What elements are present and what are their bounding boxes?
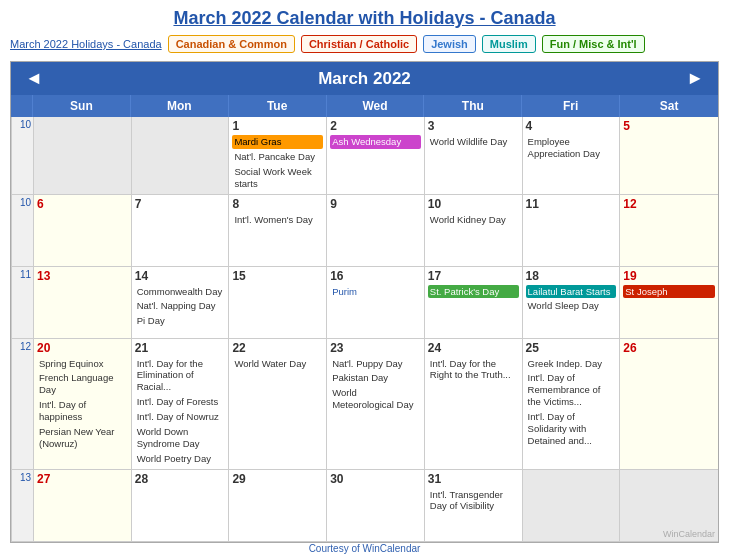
event-label: World Wildlife Day xyxy=(428,135,519,149)
calendar-title: March 2022 xyxy=(318,69,411,89)
cell-date: 3 xyxy=(428,119,519,133)
event-label: World Down Syndrome Day xyxy=(135,425,226,451)
event-label: Int'l. Women's Day xyxy=(232,213,323,227)
cal-cell-12: 12 xyxy=(620,195,718,267)
cal-cell-15: 15 xyxy=(229,267,327,339)
cal-cell-20: 20Spring EquinoxFrench Language DayInt'l… xyxy=(34,339,132,470)
event-label: World Kidney Day xyxy=(428,213,519,227)
cell-date: 30 xyxy=(330,472,421,486)
calendar-header: ◄ March 2022 ► xyxy=(11,62,718,95)
cal-cell-empty-4-5 xyxy=(523,470,621,542)
event-label: World Sleep Day xyxy=(526,299,617,313)
filter-btn-canadian-common[interactable]: Canadian & Common xyxy=(168,35,295,53)
cell-date: 6 xyxy=(37,197,128,211)
cal-cell-28: 28 xyxy=(132,470,230,542)
cell-date: 12 xyxy=(623,197,715,211)
cell-date: 14 xyxy=(135,269,226,283)
week-number-4: 13 xyxy=(12,470,34,542)
filter-btn-jewish[interactable]: Jewish xyxy=(423,35,476,53)
cal-cell-11: 11 xyxy=(523,195,621,267)
cal-cell-27: 27 xyxy=(34,470,132,542)
next-month-button[interactable]: ► xyxy=(682,68,708,89)
cal-cell-16: 16Purim xyxy=(327,267,425,339)
event-label: Nat'l. Pancake Day xyxy=(232,150,323,164)
event-label: Int'l. Day of Remembrance of the Victims… xyxy=(526,371,617,409)
event-label: Persian New Year (Nowruz) xyxy=(37,425,128,451)
week-number-2: 11 xyxy=(12,267,34,339)
event-label: Int'l. Day for the Elimination of Racial… xyxy=(135,357,226,395)
filter-btn-fun-misc[interactable]: Fun / Misc & Int'l xyxy=(542,35,645,53)
cell-date: 16 xyxy=(330,269,421,283)
cal-cell-21: 21Int'l. Day for the Elimination of Raci… xyxy=(132,339,230,470)
event-label: Pi Day xyxy=(135,314,226,328)
event-label: Int'l. Day of happiness xyxy=(37,398,128,424)
event-label: Employee Appreciation Day xyxy=(526,135,617,161)
cal-cell-30: 30 xyxy=(327,470,425,542)
event-label: St. Patrick's Day xyxy=(428,285,519,299)
week-number-3: 12 xyxy=(12,339,34,470)
cal-cell-14: 14Commonwealth DayNat'l. Napping DayPi D… xyxy=(132,267,230,339)
cal-cell-7: 7 xyxy=(132,195,230,267)
cell-date: 21 xyxy=(135,341,226,355)
event-label: French Language Day xyxy=(37,371,128,397)
cal-cell-3: 3World Wildlife Day xyxy=(425,117,523,195)
cell-date: 4 xyxy=(526,119,617,133)
cell-date: 5 xyxy=(623,119,715,133)
cell-date: 1 xyxy=(232,119,323,133)
filter-btn-muslim[interactable]: Muslim xyxy=(482,35,536,53)
footer: Courtesy of WinCalendar xyxy=(10,543,719,556)
cell-date: 2 xyxy=(330,119,421,133)
day-header-sat: Sat xyxy=(620,95,718,117)
day-header-mon: Mon xyxy=(131,95,229,117)
filter-btn-christian-catholic[interactable]: Christian / Catholic xyxy=(301,35,417,53)
prev-month-button[interactable]: ◄ xyxy=(21,68,47,89)
cell-date: 8 xyxy=(232,197,323,211)
cell-date: 28 xyxy=(135,472,226,486)
calendar-grid-header: Sun Mon Tue Wed Thu Fri Sat xyxy=(11,95,718,117)
event-label: Int'l. Day for the Right to the Truth... xyxy=(428,357,519,383)
week-number-0: 10 xyxy=(12,117,34,195)
cal-cell-31: 31Int'l. Transgender Day of Visibility xyxy=(425,470,523,542)
event-label: St Joseph xyxy=(623,285,715,299)
event-label: Nat'l. Puppy Day xyxy=(330,357,421,371)
cell-date: 7 xyxy=(135,197,226,211)
cal-cell-2: 2Ash Wednesday xyxy=(327,117,425,195)
cell-date: 17 xyxy=(428,269,519,283)
cal-cell-25: 25Greek Indep. DayInt'l. Day of Remembra… xyxy=(523,339,621,470)
page-wrapper: March 2022 Calendar with Holidays - Cana… xyxy=(0,0,729,557)
cell-date: 23 xyxy=(330,341,421,355)
event-label: Pakistan Day xyxy=(330,371,421,385)
day-header-sun: Sun xyxy=(33,95,131,117)
cal-cell-13: 13 xyxy=(34,267,132,339)
day-header-wed: Wed xyxy=(327,95,425,117)
event-label: World Water Day xyxy=(232,357,323,371)
cal-cell-10: 10World Kidney Day xyxy=(425,195,523,267)
event-label: Int'l. Day of Solidarity with Detained a… xyxy=(526,410,617,448)
day-header-thu: Thu xyxy=(424,95,522,117)
cal-cell-18: 18Lailatul Barat StartsWorld Sleep Day xyxy=(523,267,621,339)
cal-cell-24: 24Int'l. Day for the Right to the Truth.… xyxy=(425,339,523,470)
filter-bar: March 2022 Holidays - Canada Canadian & … xyxy=(10,35,719,53)
cell-date: 11 xyxy=(526,197,617,211)
cal-cell-5: 5 xyxy=(620,117,718,195)
cell-date: 20 xyxy=(37,341,128,355)
calendar-container: ◄ March 2022 ► Sun Mon Tue Wed Thu Fri S… xyxy=(10,61,719,543)
event-label: World Poetry Day xyxy=(135,452,226,466)
cal-cell-empty-0-1 xyxy=(132,117,230,195)
cell-date: 31 xyxy=(428,472,519,486)
cal-cell-29: 29 xyxy=(229,470,327,542)
cal-cell-23: 23Nat'l. Puppy DayPakistan DayWorld Mete… xyxy=(327,339,425,470)
event-label: World Meteorological Day xyxy=(330,386,421,412)
event-label: Int'l. Transgender Day of Visibility xyxy=(428,488,519,514)
day-header-tue: Tue xyxy=(229,95,327,117)
cell-date: 18 xyxy=(526,269,617,283)
event-label: Ash Wednesday xyxy=(330,135,421,149)
event-label: Int'l. Day of Nowruz xyxy=(135,410,226,424)
cell-date: 10 xyxy=(428,197,519,211)
week-number-1: 10 xyxy=(12,195,34,267)
cal-cell-26: 26 xyxy=(620,339,718,470)
page-title: March 2022 Calendar with Holidays - Cana… xyxy=(10,8,719,29)
cell-date: 25 xyxy=(526,341,617,355)
day-header-fri: Fri xyxy=(522,95,620,117)
event-label: Commonwealth Day xyxy=(135,285,226,299)
